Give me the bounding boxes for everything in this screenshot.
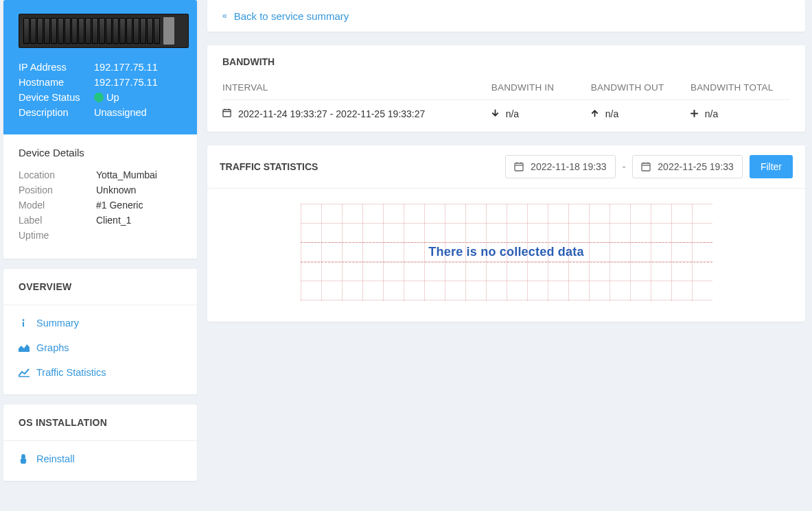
status-text: Up [106, 92, 119, 103]
nav-reinstall[interactable]: Reinstall [3, 447, 197, 471]
bandwidth-table-row: 2022-11-24 19:33:27 - 2022-11-25 19:33:2… [222, 100, 790, 119]
hostname-label: Hostname [19, 77, 94, 88]
bandwidth-title: BANDWITH [207, 45, 805, 75]
traffic-chart-empty: There is no collected data [301, 204, 712, 301]
area-chart-icon [19, 343, 32, 353]
status-value: Up [94, 92, 182, 103]
linux-icon [19, 453, 32, 464]
calendar-icon [514, 162, 524, 171]
col-bandwidth-total: BANDWITH TOTAL [691, 82, 790, 93]
nav-summary[interactable]: Summary [3, 311, 197, 335]
hostname-value: 192.177.75.11 [94, 77, 182, 88]
nav-summary-label: Summary [36, 318, 79, 329]
chevron-left-icon: « [222, 11, 227, 21]
location-label: Location [19, 169, 96, 180]
calendar-icon [641, 162, 651, 171]
device-details-title: Device Details [19, 147, 182, 158]
row-interval: 2022-11-24 19:33:27 - 2022-11-25 19:33:2… [238, 108, 425, 119]
label-value: Client_1 [96, 215, 131, 226]
ip-label: IP Address [19, 62, 94, 73]
nav-reinstall-label: Reinstall [36, 453, 75, 464]
os-install-panel: OS INSTALLATION Reinstall [3, 405, 197, 481]
svg-point-0 [23, 319, 25, 321]
position-label: Position [19, 185, 96, 195]
device-details: Device Details Location Yotta_Mumbai Pos… [3, 134, 197, 259]
uptime-label: Uptime [19, 230, 96, 241]
description-label: Description [19, 107, 94, 118]
nav-graphs-label: Graphs [36, 342, 69, 353]
date-from-value: 2022-11-18 19:33 [531, 161, 607, 172]
date-from-input[interactable]: 2022-11-18 19:33 [505, 155, 616, 178]
svg-rect-11 [642, 163, 650, 171]
svg-rect-7 [515, 163, 523, 171]
server-image [19, 14, 189, 48]
col-bandwidth-in: BANDWITH IN [491, 82, 591, 93]
bandwidth-panel: BANDWITH INTERVAL BANDWITH IN BANDWITH O… [207, 45, 805, 132]
os-install-title: OS INSTALLATION [3, 405, 197, 441]
arrow-down-icon [491, 108, 502, 119]
model-label: Model [19, 200, 96, 211]
date-to-value: 2022-11-25 19:33 [658, 161, 734, 172]
traffic-title: TRAFFIC STATISTICS [220, 161, 505, 172]
arrow-up-icon [591, 108, 601, 119]
line-chart-icon [19, 368, 32, 377]
back-link-panel: « Back to service summary [207, 0, 805, 32]
overview-title: OVERVIEW [3, 269, 197, 305]
traffic-panel: TRAFFIC STATISTICS 2022-11-18 19:33 - 20… [207, 145, 805, 322]
device-header: IP Address 192.177.75.11 Hostname 192.17… [3, 0, 197, 134]
plus-icon [691, 108, 701, 119]
device-card: IP Address 192.177.75.11 Hostname 192.17… [3, 0, 197, 259]
row-total: n/a [705, 108, 718, 119]
location-value: Yotta_Mumbai [96, 169, 157, 180]
overview-panel: OVERVIEW Summary Graphs [3, 269, 197, 394]
calendar-icon [222, 108, 234, 119]
date-to-input[interactable]: 2022-11-25 19:33 [632, 155, 743, 178]
model-value: #1 Generic [96, 200, 143, 211]
description-value: Unassigned [94, 107, 182, 118]
back-link[interactable]: « Back to service summary [222, 10, 349, 22]
col-bandwidth-out: BANDWITH OUT [591, 82, 691, 93]
back-link-label: Back to service summary [234, 10, 349, 22]
col-interval: INTERVAL [222, 82, 491, 93]
svg-point-2 [21, 454, 25, 460]
ip-value: 192.177.75.11 [94, 62, 182, 73]
nav-traffic-label: Traffic Statistics [36, 367, 106, 378]
row-in: n/a [506, 108, 519, 119]
date-separator: - [623, 161, 626, 172]
svg-rect-1 [23, 322, 24, 326]
label-label: Label [19, 215, 96, 226]
info-icon [19, 318, 32, 328]
nav-graphs[interactable]: Graphs [3, 335, 197, 360]
filter-button[interactable]: Filter [750, 155, 793, 178]
nav-traffic[interactable]: Traffic Statistics [3, 360, 197, 385]
no-data-text: There is no collected data [428, 245, 583, 259]
bandwidth-table-head: INTERVAL BANDWITH IN BANDWITH OUT BANDWI… [222, 75, 790, 100]
status-up-icon [94, 93, 104, 102]
svg-rect-3 [223, 109, 231, 116]
row-out: n/a [605, 108, 618, 119]
status-label: Device Status [19, 92, 94, 103]
position-value: Unknown [96, 185, 136, 195]
